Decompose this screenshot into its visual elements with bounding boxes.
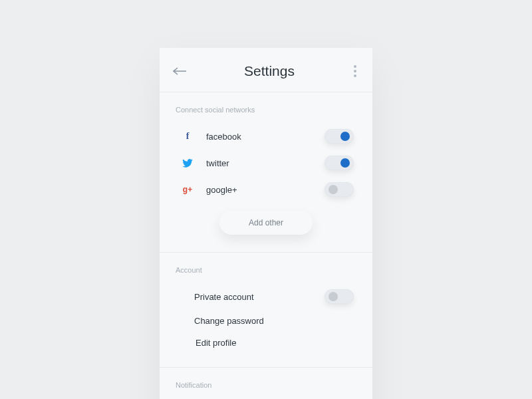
- section-account: Account Private account Change password …: [160, 253, 372, 368]
- section-social: Connect social networks f facebook twitt…: [160, 92, 372, 253]
- toggle-facebook[interactable]: [325, 129, 354, 144]
- account-row-edit-profile[interactable]: Edit profile: [160, 332, 372, 354]
- section-label-notification: Notification: [160, 378, 372, 398]
- settings-panel: Settings Connect social networks f faceb…: [160, 48, 372, 399]
- social-row-googleplus: g+ google+: [160, 176, 372, 203]
- account-row-change-password[interactable]: Change password: [160, 310, 372, 332]
- social-label: twitter: [197, 158, 325, 168]
- account-label: Private account: [178, 292, 325, 302]
- social-label: google+: [197, 185, 325, 195]
- add-other-button[interactable]: Add other: [219, 211, 313, 235]
- toggle-twitter[interactable]: [325, 156, 354, 170]
- twitter-icon: [178, 159, 197, 168]
- kebab-menu-icon[interactable]: [351, 63, 359, 80]
- social-row-twitter: twitter: [160, 150, 372, 176]
- facebook-icon: f: [178, 131, 197, 142]
- section-notification: Notification Who can invite me only frie…: [160, 368, 372, 399]
- social-row-facebook: f facebook: [160, 123, 372, 150]
- account-label: Change password: [178, 316, 354, 326]
- header: Settings: [160, 48, 372, 92]
- toggle-private-account[interactable]: [325, 289, 354, 304]
- account-row-private: Private account: [160, 283, 372, 310]
- account-label: Edit profile: [178, 338, 354, 348]
- googleplus-icon: g+: [178, 185, 197, 194]
- page-title: Settings: [188, 63, 351, 79]
- social-label: facebook: [197, 132, 325, 142]
- section-label-social: Connect social networks: [160, 103, 372, 123]
- toggle-googleplus[interactable]: [325, 182, 354, 197]
- section-label-account: Account: [160, 263, 372, 283]
